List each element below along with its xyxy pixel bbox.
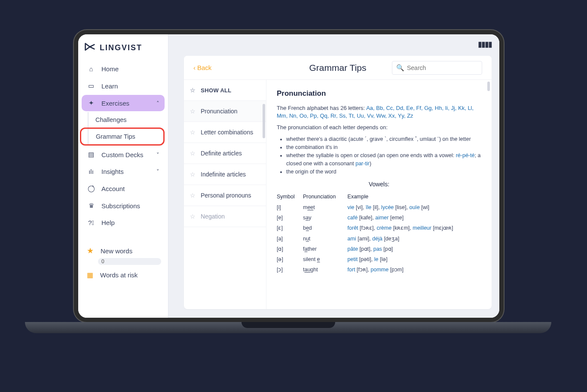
- cell-symbol: [ɑ]: [277, 244, 303, 254]
- star-outline-icon: ☆: [190, 108, 196, 115]
- sidebar: LINGVIST ⌂ Home ▭ Learn ✦ Exercises ˄ Ch…: [78, 34, 168, 318]
- topic-label: Definite articles: [201, 150, 242, 157]
- cell-example: vie [vi], île [il], lycée [lise], ouïe […: [348, 202, 481, 213]
- topic-list: ☆ SHOW ALL ☆ Pronunciation ☆ Letter comb…: [184, 80, 266, 309]
- star-outline-icon: ☆: [190, 150, 196, 157]
- home-icon: ⌂: [87, 65, 95, 73]
- nav-subscriptions[interactable]: ♛ Subscriptions: [82, 198, 165, 214]
- learn-icon: ▭: [87, 82, 95, 90]
- subnav-grammar-tips[interactable]: Grammar Tips: [80, 128, 165, 146]
- cell-example: pâte [pɑt], pas [pɑ]: [348, 244, 481, 254]
- bullet-3-link2[interactable]: par-tir: [355, 161, 370, 167]
- topic-label: Negation: [201, 213, 225, 220]
- stat-words-at-risk[interactable]: ▦ Words at risk: [85, 267, 161, 283]
- chevron-down-icon: ˅: [156, 152, 159, 158]
- bullet-2: the combination it's in: [286, 143, 481, 151]
- stat-new-words-label: New words: [101, 247, 132, 255]
- sidebar-stats: ★ New words 0 ▦ Words at risk: [78, 240, 168, 283]
- nav-help-label: Help: [101, 219, 115, 226]
- bullet-3-link1[interactable]: ré-pé-té: [456, 152, 475, 158]
- stat-new-words[interactable]: ★ New words: [85, 243, 161, 259]
- nav-exercises-label: Exercises: [101, 100, 129, 107]
- table-row: [ɛ]bedforêt [fɔʀɛ], crème [kʀɛm], meille…: [277, 223, 481, 233]
- th-symbol: Symbol: [277, 191, 303, 202]
- divider: [78, 231, 168, 240]
- cell-pronunciation: say: [303, 213, 348, 223]
- star-icon: ★: [87, 246, 94, 255]
- star-outline-icon: ☆: [190, 87, 196, 94]
- topic-definite-articles[interactable]: ☆ Definite articles: [184, 143, 266, 164]
- subnav-challenges[interactable]: Challenges: [89, 112, 165, 128]
- logo-text: LINGVIST: [100, 43, 142, 52]
- nav-insights[interactable]: ılı Insights ˅: [82, 164, 165, 179]
- topic-label: Letter combinations: [201, 129, 253, 136]
- topic-show-all[interactable]: ☆ SHOW ALL: [184, 80, 266, 101]
- th-example: Example: [348, 191, 481, 202]
- grid-icon: ▦: [87, 271, 93, 279]
- search-input[interactable]: [392, 61, 482, 75]
- topic-pronunciation[interactable]: ☆ Pronunciation: [184, 101, 266, 122]
- cell-pronunciation: bed: [303, 223, 348, 233]
- topic-label: Indefinite articles: [201, 171, 246, 178]
- star-outline-icon: ☆: [190, 129, 196, 136]
- nav-exercises[interactable]: ✦ Exercises ˄: [82, 95, 165, 111]
- logo-icon: [84, 42, 95, 53]
- bullet-4: the origin of the word: [286, 168, 481, 176]
- table-row: [e]saycafé [kafe], aimer [eme]: [277, 213, 481, 223]
- nav-learn[interactable]: ▭ Learn: [82, 78, 165, 94]
- topic-personal-pronouns[interactable]: ☆ Personal pronouns: [184, 185, 266, 206]
- decks-icon: ▤: [87, 151, 95, 158]
- table-row: [a]nutami [ami], déjà [deʒa]: [277, 234, 481, 244]
- cell-symbol: [i]: [277, 202, 303, 213]
- cell-symbol: [ɛ]: [277, 223, 303, 233]
- exercises-subnav: Challenges Grammar Tips: [88, 112, 165, 146]
- logo: LINGVIST: [78, 38, 168, 61]
- bullet-3: whether the syllable is open or closed (…: [286, 152, 481, 167]
- topic-negation[interactable]: ☆ Negation: [184, 206, 266, 227]
- exercises-icon: ✦: [87, 99, 95, 107]
- cell-example: café [kafe], aimer [eme]: [348, 213, 481, 223]
- nav-home[interactable]: ⌂ Home: [82, 61, 165, 77]
- cell-symbol: [ə]: [277, 254, 303, 264]
- nav-home-label: Home: [101, 65, 119, 73]
- topic-scrollbar[interactable]: [263, 104, 265, 138]
- table-row: [ə]silent epetit [pəti], le [lə]: [277, 254, 481, 264]
- bullets: whether there's a diacritic (acute ´, gr…: [286, 135, 481, 176]
- laptop-notch: [242, 322, 335, 328]
- stats-bars-icon[interactable]: ▮▮▮▮: [478, 40, 492, 49]
- card-header: ‹ Back Grammar Tips 🔍: [184, 56, 492, 80]
- app-window: LINGVIST ⌂ Home ▭ Learn ✦ Exercises ˄ Ch…: [78, 34, 499, 318]
- cell-example: forêt [fɔʀɛ], crème [kʀɛm], meilleur [mɛ…: [348, 223, 481, 233]
- help-icon: ?⃝: [87, 219, 95, 226]
- nav-learn-label: Learn: [101, 82, 118, 90]
- star-outline-icon: ☆: [190, 192, 196, 199]
- chevron-down-icon: ˅: [156, 168, 159, 175]
- table-row: [ɑ]fatherpâte [pɑt], pas [pɑ]: [277, 244, 481, 254]
- th-pronunciation: Pronunciation: [303, 191, 348, 202]
- topic-indefinite-articles[interactable]: ☆ Indefinite articles: [184, 164, 266, 185]
- back-label: Back: [197, 64, 211, 71]
- content-scrollbar[interactable]: [487, 82, 490, 91]
- nav-custom-decks-label: Custom Decks: [101, 151, 144, 158]
- cell-example: petit [pəti], le [lə]: [348, 254, 481, 264]
- cell-example: fort [fɔʀ], pomme [pɔm]: [348, 264, 481, 275]
- topic-letter-combinations[interactable]: ☆ Letter combinations: [184, 122, 266, 143]
- cell-symbol: [ɔ]: [277, 264, 303, 275]
- back-button[interactable]: ‹ Back: [193, 64, 211, 71]
- crown-icon: ♛: [87, 202, 95, 210]
- nav-account[interactable]: ◯̀ Account: [82, 180, 165, 197]
- card-body: ☆ SHOW ALL ☆ Pronunciation ☆ Letter comb…: [184, 80, 492, 309]
- nav-custom-decks[interactable]: ▤ Custom Decks ˅: [82, 146, 165, 163]
- star-outline-icon: ☆: [190, 213, 196, 220]
- nav-help[interactable]: ?⃝ Help: [82, 215, 165, 231]
- nav-subscriptions-label: Subscriptions: [101, 202, 140, 210]
- topic-label: Pronunciation: [201, 108, 238, 115]
- depends-line: The pronunciation of each letter depends…: [277, 124, 481, 132]
- cell-pronunciation: silent e: [303, 254, 348, 264]
- bullet-3-pre: whether the syllable is open or closed (…: [286, 152, 456, 158]
- article-content: Pronunciation The French alphabet has 26…: [266, 80, 492, 309]
- main: ▮▮▮▮ ‹ Back Grammar Tips 🔍: [168, 34, 499, 318]
- intro-prefix: The French alphabet has 26 letters:: [277, 105, 366, 111]
- content-card: ‹ Back Grammar Tips 🔍 ☆ SHOW ALL: [184, 56, 492, 309]
- cell-example: ami [ami], déjà [deʒa]: [348, 234, 481, 244]
